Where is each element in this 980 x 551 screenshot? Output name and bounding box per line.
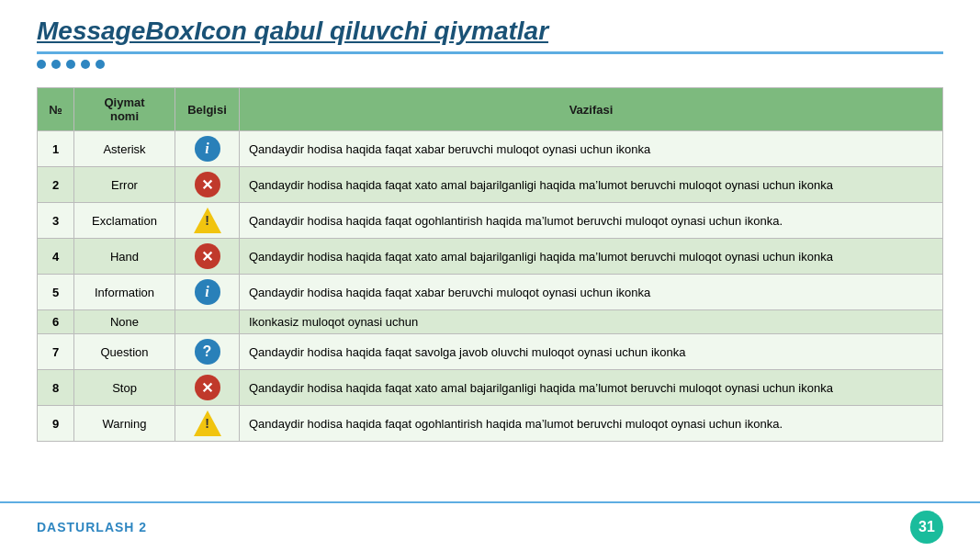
cell-icon: ? bbox=[175, 334, 240, 370]
table-row: 2Error✕Qandaydir hodisa haqida faqat xat… bbox=[38, 167, 943, 203]
dot-1 bbox=[37, 60, 46, 69]
cell-num: 2 bbox=[38, 167, 74, 203]
cell-icon: ! bbox=[175, 203, 240, 239]
cell-name: Asterisk bbox=[74, 131, 175, 167]
cell-icon: ! bbox=[175, 406, 240, 442]
cell-num: 7 bbox=[38, 334, 74, 370]
cell-icon: i bbox=[175, 275, 240, 310]
main-content: № Qiymatnomi Belgisi Vazifasi 1Asteriski… bbox=[0, 78, 980, 451]
cell-icon bbox=[175, 310, 240, 334]
cell-desc: Ikonkasiz muloqot oynasi uchun bbox=[240, 310, 943, 334]
cell-num: 8 bbox=[38, 370, 74, 406]
cell-name: Stop bbox=[74, 370, 175, 406]
cell-num: 3 bbox=[38, 203, 74, 239]
cell-desc: Qandaydir hodisa haqida faqat xabar beru… bbox=[240, 131, 943, 167]
dot-2 bbox=[51, 60, 61, 69]
cell-icon: ✕ bbox=[175, 239, 240, 275]
cell-name: Hand bbox=[74, 239, 175, 275]
cell-icon: ✕ bbox=[175, 167, 240, 203]
cell-num: 1 bbox=[38, 131, 74, 167]
header: MessageBoxIcon qabul qiluvchi qiymatlar bbox=[0, 0, 980, 78]
page-number: 31 bbox=[910, 511, 943, 544]
col-num: № bbox=[38, 88, 74, 131]
table-row: 5InformationiQandaydir hodisa haqida faq… bbox=[38, 275, 943, 310]
cell-name: Exclamation bbox=[74, 203, 175, 239]
table-row: 4Hand✕Qandaydir hodisa haqida faqat xato… bbox=[38, 239, 943, 275]
cell-num: 5 bbox=[38, 275, 74, 310]
cell-num: 9 bbox=[38, 406, 74, 442]
table-row: 8Stop✕Qandaydir hodisa haqida faqat xato… bbox=[38, 370, 943, 406]
col-name: Qiymatnomi bbox=[74, 88, 175, 131]
table-body: 1AsteriskiQandaydir hodisa haqida faqat … bbox=[38, 131, 943, 442]
header-line bbox=[37, 51, 943, 54]
cell-num: 4 bbox=[38, 239, 74, 275]
info-icon: i bbox=[195, 136, 220, 162]
cell-icon: i bbox=[175, 131, 240, 167]
col-icon: Belgisi bbox=[175, 88, 240, 131]
table-header-row: № Qiymatnomi Belgisi Vazifasi bbox=[38, 88, 943, 131]
cell-desc: Qandaydir hodisa haqida faqat ogohlantir… bbox=[240, 406, 943, 442]
question-icon: ? bbox=[195, 339, 220, 365]
cell-desc: Qandaydir hodisa haqida faqat ogohlantir… bbox=[240, 203, 943, 239]
cell-num: 6 bbox=[38, 310, 74, 334]
cell-desc: Qandaydir hodisa haqida faqat savolga ja… bbox=[240, 334, 943, 370]
warning-icon: ! bbox=[194, 410, 221, 436]
dot-3 bbox=[66, 60, 75, 69]
table-row: 9Warning!Qandaydir hodisa haqida faqat o… bbox=[38, 406, 943, 442]
cell-desc: Qandaydir hodisa haqida faqat xato amal … bbox=[240, 167, 943, 203]
footer: DASTURLASH 2 31 bbox=[0, 501, 980, 551]
info-icon: i bbox=[195, 279, 220, 305]
page-title: MessageBoxIcon qabul qiluvchi qiymatlar bbox=[37, 17, 943, 46]
warning-icon: ! bbox=[194, 208, 221, 233]
cell-name: Error bbox=[74, 167, 175, 203]
table-row: 7Question?Qandaydir hodisa haqida faqat … bbox=[38, 334, 943, 370]
data-table: № Qiymatnomi Belgisi Vazifasi 1Asteriski… bbox=[37, 87, 943, 442]
error-icon: ✕ bbox=[195, 172, 220, 197]
cell-desc: Qandaydir hodisa haqida faqat xato amal … bbox=[240, 239, 943, 275]
cell-icon: ✕ bbox=[175, 370, 240, 406]
dot-5 bbox=[96, 60, 105, 69]
footer-label: DASTURLASH 2 bbox=[37, 520, 147, 534]
error-icon: ✕ bbox=[195, 375, 220, 400]
cell-desc: Qandaydir hodisa haqida faqat xabar beru… bbox=[240, 275, 943, 310]
cell-name: Information bbox=[74, 275, 175, 310]
cell-name: Question bbox=[74, 334, 175, 370]
dot-4 bbox=[81, 60, 90, 69]
header-dots bbox=[37, 60, 943, 69]
error-icon: ✕ bbox=[195, 243, 220, 269]
table-row: 6NoneIkonkasiz muloqot oynasi uchun bbox=[38, 310, 943, 334]
cell-desc: Qandaydir hodisa haqida faqat xato amal … bbox=[240, 370, 943, 406]
cell-name: Warning bbox=[74, 406, 175, 442]
table-row: 3Exclamation!Qandaydir hodisa haqida faq… bbox=[38, 203, 943, 239]
cell-name: None bbox=[74, 310, 175, 334]
col-vazifasi: Vazifasi bbox=[240, 88, 943, 131]
table-row: 1AsteriskiQandaydir hodisa haqida faqat … bbox=[38, 131, 943, 167]
